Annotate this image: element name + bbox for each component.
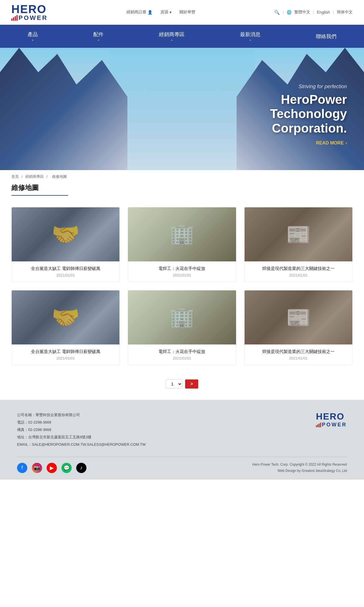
footer-address: 地址：台灣新北市新北蘆葉區五工五路8號2樓 — [17, 433, 146, 441]
card-date-5: 2021/01/01 — [133, 356, 231, 360]
footer: 公司名稱：華豐科技企業股份有限公司 電話：02-2298-3669 傳真：02-… — [0, 400, 364, 480]
top-nav: 經銷商註冊 👤 資源 ▾ 關於華豐 — [127, 10, 195, 15]
footer-logo-bars — [316, 423, 321, 427]
nav-products[interactable]: 產品 ▾ — [16, 25, 49, 48]
breadcrumb-dealer-zone[interactable]: 經銷商專區 — [25, 174, 44, 179]
footer-logo-power: POWER — [322, 422, 347, 428]
card-image-newspaper-2 — [245, 290, 352, 344]
page-select[interactable]: 1 — [166, 379, 182, 389]
top-header: HERO POWER 經銷商註冊 👤 資源 ▾ 關於華豐 — [0, 0, 364, 25]
card-image-meeting-2 — [128, 290, 236, 344]
footer-fax: 傳真：02-2298-3668 — [17, 426, 146, 433]
page-title: 維修地圖 — [11, 183, 68, 196]
logo-hero: HERO — [11, 3, 47, 15]
page-title-area: 維修地圖 — [0, 183, 364, 199]
breadcrumb-current: 維修地圖 — [52, 174, 67, 179]
hero-banner: Striving for perfection HeroPower Techon… — [0, 48, 364, 170]
nav-news[interactable]: 最新消息 ▾ — [229, 25, 272, 48]
card-body-4: 全台黨造大缺工 電銲師傅日薪變破萬 2021/01/01 — [12, 344, 119, 365]
person-icon: 👤 — [148, 10, 152, 15]
card-4[interactable]: 全台黨造大缺工 電銲師傅日薪變破萬 2021/01/01 — [11, 290, 120, 365]
card-2[interactable]: 電焊工：火花在手中綻放 2021/01/01 — [128, 207, 236, 282]
card-body-6: 焊接是現代製造業的三大關鍵技術之一 2021/01/01 — [245, 344, 352, 365]
card-grid: 全台黨造大缺工 電銲師傅日薪變破萬 2021/01/01 電焊工：火花在手中綻放… — [0, 199, 364, 374]
nav-resources[interactable]: 資源 ▾ — [160, 10, 171, 15]
card-body-2: 電焊工：火花在手中綻放 2021/01/01 — [128, 261, 236, 282]
next-page-button[interactable]: > — [185, 379, 198, 389]
logo-bars — [11, 15, 18, 21]
main-nav: 產品 ▾ 配件 ▾ 經銷商專區 ▾ 最新消息 ▾ 聯絡我們 — [0, 25, 364, 48]
pagination: 1 > — [0, 374, 364, 400]
lang-simplified-chinese[interactable]: 簡体中文 — [337, 10, 353, 15]
nav-accessories[interactable]: 配件 ▾ — [82, 25, 115, 48]
card-body-3: 焊接是現代製造業的三大關鍵技術之一 2021/01/01 — [245, 261, 352, 282]
search-icon[interactable]: 🔍 — [274, 10, 280, 15]
footer-company-name: 公司名稱：華豐科技企業股份有限公司 — [17, 411, 146, 419]
social-instagram[interactable]: 📷 — [32, 463, 42, 473]
hero-title: HeroPower Techonology Corporation. — [270, 92, 347, 136]
footer-logo-power-row: POWER — [316, 422, 347, 428]
language-switcher: 🔍 | 🌐 繁體中文 | English | 簡体中文 — [274, 10, 353, 15]
card-image-handshake-2 — [12, 290, 119, 344]
social-tiktok[interactable]: ♪ — [76, 463, 86, 473]
card-title-3: 焊接是現代製造業的三大關鍵技術之一 — [249, 265, 348, 271]
nav-dealer-zone[interactable]: 經銷商專區 ▾ — [148, 25, 196, 48]
footer-email: EMAIL：SALE@HEROPOWER.COM.TW,SALES3@HEROP… — [17, 441, 146, 448]
card-date-1: 2021/01/01 — [16, 273, 115, 277]
nav-contact[interactable]: 聯絡我們 — [305, 27, 348, 46]
card-image-meeting-1 — [128, 207, 236, 261]
card-title-2: 電焊工：火花在手中綻放 — [133, 265, 231, 271]
nav-arrow-news: ▾ — [250, 39, 251, 42]
footer-logo-hero: HERO — [316, 411, 344, 422]
lang-icon: 🌐 — [287, 10, 291, 15]
hero-readmore-button[interactable]: READ MORE › — [316, 141, 347, 146]
card-date-2: 2021/01/01 — [133, 273, 231, 277]
card-title-4: 全台黨造大缺工 電銲師傅日薪變破萬 — [16, 348, 115, 354]
card-5[interactable]: 電焊工：火花在手中綻放 2021/01/01 — [128, 290, 236, 365]
card-3[interactable]: 焊接是現代製造業的三大關鍵技術之一 2021/01/01 — [244, 207, 353, 282]
card-date-4: 2021/01/01 — [16, 356, 115, 360]
card-1[interactable]: 全台黨造大缺工 電銲師傅日薪變破萬 2021/01/01 — [11, 207, 120, 282]
social-youtube[interactable]: ▶ — [47, 463, 57, 473]
footer-inner: 公司名稱：華豐科技企業股份有限公司 電話：02-2298-3669 傳真：02-… — [17, 411, 347, 448]
card-6[interactable]: 焊接是現代製造業的三大關鍵技術之一 2021/01/01 — [244, 290, 353, 365]
card-image-handshake-1 — [12, 207, 119, 261]
logo[interactable]: HERO POWER — [11, 3, 48, 21]
breadcrumb: 首頁 / 經銷商專區 / 維修地圖 — [0, 170, 364, 183]
nav-dealer-register[interactable]: 經銷商註冊 👤 — [127, 10, 152, 15]
hero-sky — [109, 48, 255, 170]
social-icons: f 📷 ▶ 💬 ♪ — [17, 463, 86, 473]
card-image-newspaper-1 — [245, 207, 352, 261]
card-date-3: 2021/01/01 — [249, 273, 348, 277]
footer-phone: 電話：02-2298-3669 — [17, 419, 146, 426]
card-date-6: 2021/01/01 — [249, 356, 348, 360]
nav-arrow-products: ▾ — [32, 39, 33, 42]
lang-traditional-chinese[interactable]: 繁體中文 — [294, 10, 310, 15]
arrow-right-icon: › — [346, 141, 347, 146]
breadcrumb-home[interactable]: 首頁 — [11, 174, 19, 179]
card-title-5: 電焊工：火花在手中綻放 — [133, 348, 231, 354]
card-body-1: 全台黨造大缺工 電銲師傅日薪變破萬 2021/01/01 — [12, 261, 119, 282]
hero-subtitle: Striving for perfection — [270, 84, 347, 90]
footer-info: 公司名稱：華豐科技企業股份有限公司 電話：02-2298-3669 傳真：02-… — [17, 411, 146, 448]
card-grid-container: 全台黨造大缺工 電銲師傅日薪變破萬 2021/01/01 電焊工：火花在手中綻放… — [0, 199, 364, 374]
hero-content: Striving for perfection HeroPower Techon… — [270, 84, 364, 146]
nav-about[interactable]: 關於華豐 — [179, 10, 195, 15]
nav-arrow-accessories: ▾ — [98, 39, 99, 42]
card-title-1: 全台黨造大缺工 電銲師傅日薪變破萬 — [16, 265, 115, 271]
social-facebook[interactable]: f — [17, 463, 27, 473]
lang-english[interactable]: English — [317, 10, 330, 15]
footer-bottom: f 📷 ▶ 💬 ♪ Hero Power Tech. Corp. Copyrig… — [17, 457, 347, 474]
footer-logo-area: HERO POWER — [316, 411, 347, 428]
footer-copyright: Hero Power Tech. Corp. Copyright © 2022 … — [252, 462, 347, 474]
card-title-6: 焊接是現代製造業的三大關鍵技術之一 — [249, 348, 348, 354]
card-body-5: 電焊工：火花在手中綻放 2021/01/01 — [128, 344, 236, 365]
social-wechat[interactable]: 💬 — [61, 463, 72, 473]
logo-power: POWER — [18, 15, 48, 21]
nav-arrow-dealer: ▾ — [171, 39, 172, 42]
dropdown-arrow-icon: ▾ — [169, 10, 171, 15]
